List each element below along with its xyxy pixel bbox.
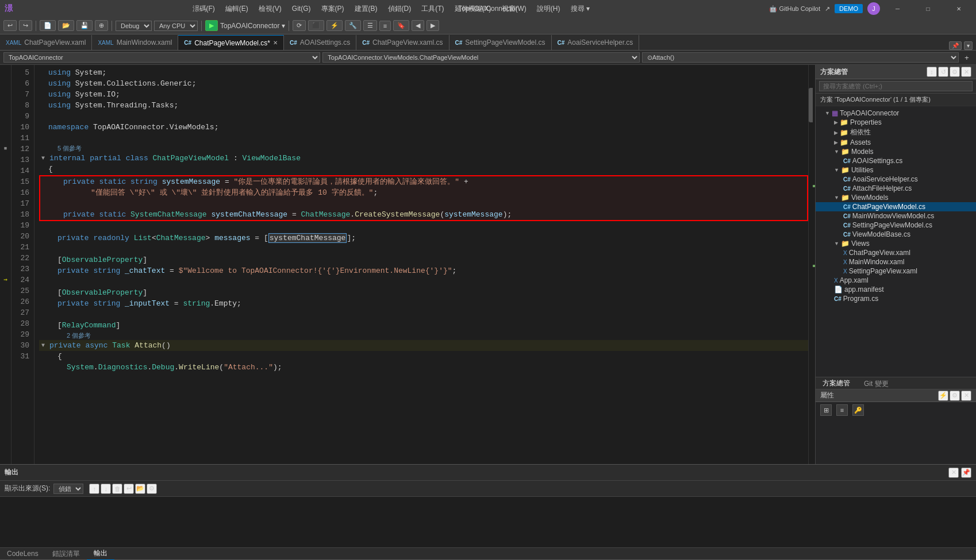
menu-help[interactable]: 說明(H) — [533, 3, 564, 15]
solution-search-input[interactable] — [819, 81, 973, 91]
output-settings-button[interactable]: ⚙ — [147, 484, 157, 494]
tab-aoaiservicehelper-cs[interactable]: C# AoaiServiceHelper.cs — [552, 35, 640, 50]
menu-view[interactable]: 檢視(V) — [255, 3, 285, 15]
menu-debug[interactable]: 偵錯(D) — [385, 3, 415, 15]
tab-close-button[interactable]: ✕ — [273, 40, 278, 46]
menu-build[interactable]: 建置(B) — [351, 3, 381, 15]
undo-button[interactable]: ↩ — [3, 20, 17, 31]
tab-mainwindow-xaml[interactable]: XAML MainWindow.xaml — [92, 35, 178, 50]
toolbar-misc-6[interactable]: ≡ — [379, 21, 391, 31]
menu-search[interactable]: 搜尋 ▾ — [567, 3, 593, 15]
redo-button[interactable]: ↪ — [19, 20, 32, 31]
member-nav-select[interactable]: ⊙Attach() — [642, 52, 959, 63]
prop-filter-button[interactable]: ⚙ — [950, 391, 960, 401]
prop-close-button[interactable]: ✕ — [961, 391, 971, 401]
tree-assets[interactable]: ▶ 📁 Assets — [816, 138, 976, 147]
editor-scrollbar[interactable] — [808, 65, 815, 464]
prop-list-view-button[interactable]: ≡ — [836, 404, 848, 416]
output-open-button[interactable]: 📂 — [135, 484, 145, 494]
tab-git-changes[interactable]: Git 變更 — [857, 377, 896, 390]
tab-error-list[interactable]: 錯誤清單 — [45, 547, 87, 560]
tree-mainwindowviewmodel[interactable]: C# MainWindowViewModel.cs — [816, 211, 976, 221]
output-close-button[interactable]: ✕ — [948, 468, 959, 478]
toolbar-misc-4[interactable]: 🔧 — [345, 20, 361, 31]
toolbar-misc-9[interactable]: ▶ — [426, 20, 439, 31]
output-up-button[interactable]: ↑ — [89, 484, 99, 494]
menu-tools[interactable]: 工具(T) — [418, 3, 447, 15]
copilot-settings[interactable]: ↗ — [825, 5, 830, 13]
prop-grid-view-button[interactable]: ⊞ — [820, 404, 832, 416]
tree-program[interactable]: C# Program.cs — [816, 294, 976, 303]
tree-chatpageviewmodel[interactable]: C# ChatPageViewModel.cs — [816, 202, 976, 211]
start-debug-button[interactable]: ▶ — [205, 20, 218, 31]
menu-file[interactable]: 澋碼(F) — [189, 3, 218, 15]
tab-codelens[interactable]: CodeLens — [0, 547, 45, 560]
tab-output[interactable]: 輸出 — [87, 547, 114, 560]
prop-sort-button[interactable]: ⚡ — [938, 391, 948, 401]
close-button[interactable]: ✕ — [946, 0, 971, 17]
toolbar-misc-5[interactable]: ☰ — [363, 20, 377, 31]
tree-chatpageview[interactable]: X ChatPageView.xaml — [816, 248, 976, 257]
se-filter-button[interactable]: ⚙ — [950, 67, 960, 77]
tree-viewmodels[interactable]: ▼ 📁 ViewModels — [816, 193, 976, 202]
prop-key-button[interactable]: 🔑 — [852, 404, 864, 416]
navigation-bar: TopAOAIConnector TopAOAIConnector.ViewMo… — [0, 51, 976, 65]
tab-settingpageviewmodel-cs[interactable]: C# SettingPageViewModel.cs — [449, 35, 552, 50]
tab-dropdown-button[interactable]: ▾ — [964, 41, 973, 50]
tab-chatpageviewmodel-cs[interactable]: C# ChatPageViewModel.cs* ✕ — [178, 35, 284, 50]
github-copilot-icon[interactable]: 🤖 GitHub Copilot — [769, 5, 820, 13]
tree-mainwindow[interactable]: X MainWindow.xaml — [816, 257, 976, 267]
codelens-28[interactable]: 2 個參考 — [39, 331, 808, 340]
user-avatar[interactable]: J — [867, 2, 880, 15]
tab-chatpageview-xaml[interactable]: XAML ChatPageView.xaml — [0, 35, 92, 50]
tab-aoaisettings-cs[interactable]: C# AOAISettings.cs — [284, 35, 356, 50]
se-sync-button[interactable]: ↕ — [927, 67, 937, 77]
toolbar-misc-7[interactable]: 🔖 — [393, 20, 409, 31]
code-line-23 — [39, 276, 808, 287]
tree-attachfilehelper[interactable]: C# AttachFileHelper.cs — [816, 184, 976, 193]
toolbar-misc-1[interactable]: ⟳ — [293, 20, 306, 31]
toolbar-misc-2[interactable]: ⬛ — [308, 20, 324, 31]
output-source-select[interactable]: 偵錯 — [53, 484, 83, 494]
output-wrap-button[interactable]: ↩ — [124, 484, 134, 494]
code-editor[interactable]: using System; using System.Collections.G… — [34, 65, 808, 464]
menu-project[interactable]: 專案(P) — [318, 3, 348, 15]
tree-aoaisettings[interactable]: C# AOAISettings.cs — [816, 156, 976, 165]
tree-settingpageview[interactable]: X SettingPageView.xaml — [816, 267, 976, 276]
tree-appmanifest[interactable]: 📄 app.manifest — [816, 285, 976, 294]
save-button[interactable]: 💾 — [76, 20, 93, 31]
maximize-button[interactable]: □ — [915, 0, 941, 17]
output-down-button[interactable]: ↓ — [101, 484, 111, 494]
menu-git[interactable]: Git(G) — [289, 3, 314, 14]
tree-properties[interactable]: ▶ 📁 Properties — [816, 118, 976, 127]
tree-settingpageviewmodel[interactable]: C# SettingPageViewModel.cs — [816, 221, 976, 230]
nav-add-button[interactable]: + — [961, 52, 973, 63]
toolbar-misc-3[interactable]: ⚡ — [326, 20, 343, 31]
tree-dependencies[interactable]: ▶ 📁 相依性 — [816, 127, 976, 138]
se-refresh-button[interactable]: ↺ — [938, 67, 948, 77]
open-button[interactable]: 📂 — [58, 20, 74, 31]
tab-pin-button[interactable]: 📌 — [949, 41, 962, 50]
output-pin-button[interactable]: 📌 — [961, 468, 971, 478]
namespace-nav-select[interactable]: TopAOAIConnector.ViewModels.ChatPageView… — [322, 52, 639, 63]
tab-chatpageview-xaml-cs[interactable]: C# ChatPageView.xaml.cs — [356, 35, 449, 50]
se-close-button[interactable]: ✕ — [961, 67, 971, 77]
minimize-button[interactable]: ─ — [885, 0, 910, 17]
debug-config-select[interactable]: Debug — [116, 21, 152, 31]
toolbar-misc-8[interactable]: ◀ — [412, 20, 424, 31]
output-clear-button[interactable]: 🗑 — [112, 484, 122, 494]
tree-utilities[interactable]: ▼ 📁 Utilities — [816, 165, 976, 175]
tree-viewmodelbase[interactable]: C# ViewModelBase.cs — [816, 230, 976, 239]
tree-appxaml[interactable]: X App.xaml — [816, 276, 976, 285]
menu-edit[interactable]: 編輯(E) — [222, 3, 252, 15]
tab-solution-explorer[interactable]: 方案總管 — [816, 377, 857, 390]
new-project-button[interactable]: 📄 — [40, 20, 56, 31]
tree-models[interactable]: ▼ 📁 Models — [816, 147, 976, 156]
project-nav-select[interactable]: TopAOAIConnector — [3, 52, 320, 63]
codelens-12[interactable]: 5 個參考 — [39, 144, 808, 153]
tree-views[interactable]: ▼ 📁 Views — [816, 239, 976, 248]
platform-select[interactable]: Any CPU — [154, 21, 198, 31]
tree-project[interactable]: ▼ ▦ TopAOAIConnector — [816, 109, 976, 118]
save-all-button[interactable]: ⊕ — [95, 20, 108, 31]
tree-aoaiservicehelper[interactable]: C# AoaiServiceHelper.cs — [816, 175, 976, 184]
